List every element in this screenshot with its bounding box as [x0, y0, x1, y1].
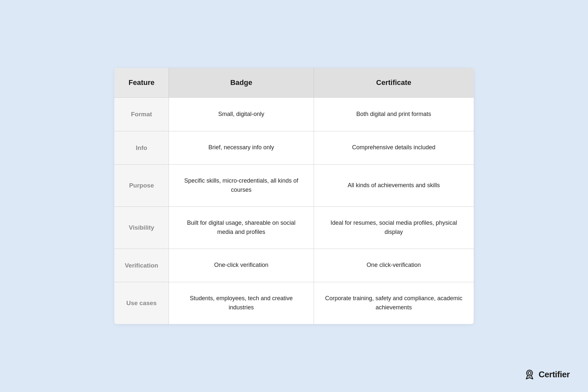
logo-text: Certifier: [539, 369, 570, 380]
badge-cell-0: Small, digital-only: [169, 98, 314, 131]
certificate-cell-2: All kinds of achievements and skills: [314, 165, 474, 207]
feature-cell-3: Visibility: [114, 206, 169, 249]
badge-cell-5: Students, employees, tech and creative i…: [169, 282, 314, 324]
certificate-cell-5: Corporate training, safety and complianc…: [314, 282, 474, 324]
feature-cell-4: Verification: [114, 249, 169, 282]
header-badge: Badge: [169, 68, 314, 98]
comparison-table: Feature Badge Certificate FormatSmall, d…: [114, 68, 474, 324]
header-feature: Feature: [114, 68, 169, 98]
feature-cell-5: Use cases: [114, 282, 169, 324]
certificate-cell-0: Both digital and print formats: [314, 98, 474, 131]
feature-cell-0: Format: [114, 98, 169, 131]
table-row: VerificationOne-click verificationOne cl…: [114, 249, 474, 282]
certifier-logo-icon: [524, 368, 535, 380]
badge-cell-3: Built for digital usage, shareable on so…: [169, 206, 314, 249]
badge-cell-1: Brief, necessary info only: [169, 131, 314, 164]
table-row: Use casesStudents, employees, tech and c…: [114, 282, 474, 324]
certificate-cell-3: Ideal for resumes, social media profiles…: [314, 206, 474, 249]
comparison-table-wrapper: Feature Badge Certificate FormatSmall, d…: [114, 68, 474, 324]
certificate-cell-1: Comprehensive details included: [314, 131, 474, 164]
logo-area: Certifier: [524, 368, 570, 380]
header-certificate: Certificate: [314, 68, 474, 98]
table-row: FormatSmall, digital-onlyBoth digital an…: [114, 98, 474, 131]
table-row: VisibilityBuilt for digital usage, share…: [114, 206, 474, 249]
svg-point-0: [527, 370, 532, 376]
badge-cell-2: Specific skills, micro-credentials, all …: [169, 165, 314, 207]
table-row: PurposeSpecific skills, micro-credential…: [114, 165, 474, 207]
feature-cell-2: Purpose: [114, 165, 169, 207]
certificate-cell-4: One click-verification: [314, 249, 474, 282]
table-row: InfoBrief, necessary info onlyComprehens…: [114, 131, 474, 164]
badge-cell-4: One-click verification: [169, 249, 314, 282]
feature-cell-1: Info: [114, 131, 169, 164]
svg-point-1: [528, 372, 531, 375]
